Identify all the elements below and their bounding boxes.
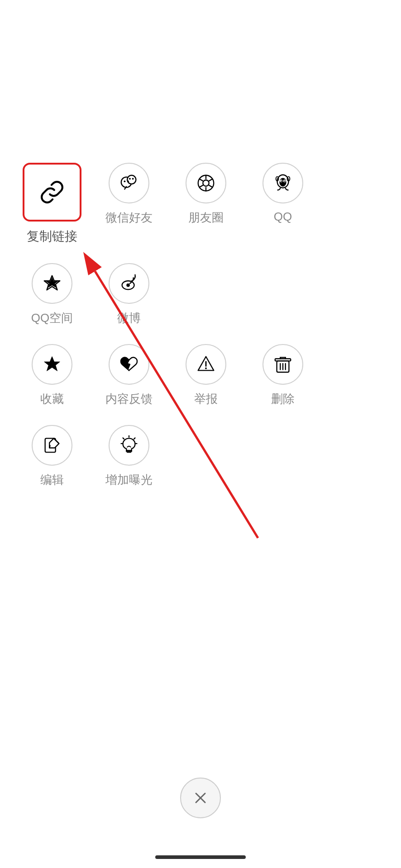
moments-item[interactable]: 朋友圈	[167, 163, 244, 226]
close-button[interactable]	[180, 778, 221, 818]
svg-point-15	[279, 178, 286, 187]
copy-link-label: 复制链接	[27, 228, 77, 245]
share-row-3: 收藏 内容反馈	[14, 344, 387, 407]
feedback-icon-circle	[109, 344, 149, 385]
qq-icon	[272, 173, 293, 193]
close-icon	[192, 790, 209, 806]
svg-point-18	[281, 180, 282, 182]
svg-line-13	[200, 179, 203, 181]
weibo-icon-circle	[109, 263, 149, 304]
feedback-icon	[119, 354, 139, 375]
svg-point-1	[127, 175, 136, 184]
share-panel: 复制链接 微信好友	[0, 154, 401, 515]
delete-label: 删除	[271, 391, 295, 407]
report-icon-circle	[186, 344, 226, 385]
wechat-friend-icon-circle	[109, 163, 149, 203]
moments-label: 朋友圈	[188, 210, 224, 226]
boost-icon	[119, 435, 139, 456]
wechat-friend-label: 微信好友	[105, 210, 153, 226]
svg-point-28	[205, 368, 207, 369]
boost-label: 增加曝光	[105, 472, 153, 488]
wechat-icon	[119, 173, 139, 193]
edit-item[interactable]: 编辑	[14, 425, 91, 488]
qq-space-icon	[42, 273, 62, 294]
collect-label: 收藏	[40, 391, 64, 407]
svg-line-10	[209, 185, 212, 187]
weibo-icon	[119, 273, 139, 294]
qq-space-icon-circle	[32, 263, 72, 304]
delete-icon-circle	[263, 344, 303, 385]
boost-item[interactable]: 增加曝光	[91, 425, 167, 488]
moments-icon-circle	[186, 163, 226, 203]
report-item[interactable]: 举报	[167, 344, 244, 407]
share-row-1: 复制链接 微信好友	[14, 163, 387, 245]
copy-link-icon	[39, 179, 65, 205]
feedback-item[interactable]: 内容反馈	[91, 344, 167, 407]
wechat-friend-item[interactable]: 微信好友	[91, 163, 167, 226]
svg-point-5	[132, 178, 134, 180]
svg-point-4	[129, 178, 131, 180]
svg-point-19	[284, 180, 286, 182]
boost-icon-circle	[109, 425, 149, 466]
home-indicator	[155, 855, 246, 859]
weibo-label: 微博	[117, 310, 141, 326]
feedback-label: 内容反馈	[105, 391, 153, 407]
collect-item[interactable]: 收藏	[14, 344, 91, 407]
svg-line-12	[200, 185, 203, 187]
svg-point-2	[124, 180, 126, 182]
collect-icon-circle	[32, 344, 72, 385]
weibo-item[interactable]: 微博	[91, 263, 167, 326]
report-label: 举报	[194, 391, 218, 407]
delete-icon	[272, 354, 293, 375]
collect-icon	[42, 354, 62, 375]
copy-link-item[interactable]: 复制链接	[14, 163, 91, 245]
edit-label: 编辑	[40, 472, 64, 488]
qq-icon-circle	[263, 163, 303, 203]
share-row-2: QQ空间 微博	[14, 263, 387, 326]
delete-item[interactable]: 删除	[244, 344, 321, 407]
moments-icon	[196, 173, 216, 193]
report-icon	[196, 354, 216, 375]
edit-icon	[42, 435, 62, 456]
svg-line-41	[123, 438, 124, 439]
svg-point-3	[127, 180, 129, 182]
share-row-4: 编辑	[14, 425, 387, 488]
svg-point-7	[203, 180, 209, 186]
qq-space-item[interactable]: QQ空间	[14, 263, 91, 326]
svg-rect-30	[275, 359, 291, 361]
qq-item[interactable]: QQ	[244, 163, 321, 224]
qq-space-label: QQ空间	[31, 310, 73, 326]
edit-icon-circle	[32, 425, 72, 466]
svg-marker-26	[44, 357, 60, 371]
qq-label: QQ	[274, 210, 292, 224]
svg-line-9	[209, 179, 212, 181]
svg-line-42	[134, 438, 135, 439]
copy-link-icon-circle	[23, 163, 81, 222]
svg-point-25	[126, 283, 130, 287]
